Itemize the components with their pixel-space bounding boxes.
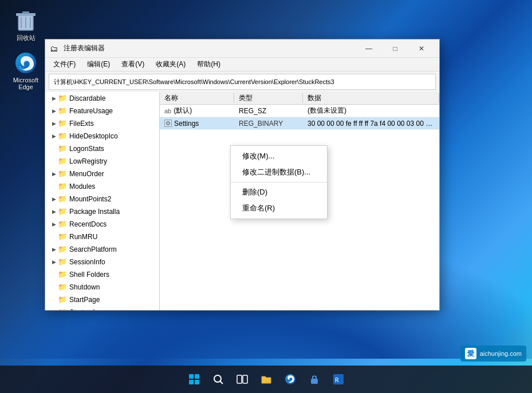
svg-line-12: [220, 381, 223, 384]
tree-label: Shutdown: [69, 283, 100, 291]
watermark: 愛 aichunjing.com: [460, 346, 526, 362]
tree-item-shellfolders[interactable]: ▶ 📁 Shell Folders: [45, 268, 159, 281]
folder-icon: 📁: [58, 283, 67, 292]
tree-label: MenuOrder: [69, 170, 104, 178]
tree-label: RecentDocs: [69, 220, 107, 228]
tree-item-hidedesktopico[interactable]: ▶ 📁 HideDesktopIco: [45, 130, 159, 142]
address-bar[interactable]: 计算机\HKEY_CURRENT_USER\Software\Microsoft…: [49, 74, 436, 90]
taskbar-taskview[interactable]: [232, 369, 253, 390]
tree-item-logonstats[interactable]: ▶ 📁 LogonStats: [45, 142, 159, 155]
svg-rect-7: [189, 374, 194, 379]
tree-item-menuorder[interactable]: ▶ 📁 MenuOrder: [45, 168, 159, 180]
tree-item-shutdown[interactable]: ▶ 📁 Shutdown: [45, 281, 159, 293]
value-name-default: ab (默认): [160, 106, 234, 116]
menu-edit[interactable]: 编辑(E): [82, 58, 115, 70]
recycle-bin-icon[interactable]: 回收站: [9, 9, 43, 42]
tree-item-modules[interactable]: ▶ 📁 Modules: [45, 180, 159, 193]
value-row-settings[interactable]: ⚙ Settings REG_BINARY 30 00 00 00 fe ff …: [160, 117, 439, 130]
ctx-item-rename[interactable]: 重命名(R): [231, 200, 327, 216]
tree-label: Discardable: [69, 94, 105, 102]
tree-panel[interactable]: ▶ 📁 Discardable ▶ 📁 FeatureUsage ▶ 📁 Fil…: [45, 92, 160, 310]
close-button[interactable]: ✕: [408, 39, 435, 58]
folder-icon: 📁: [58, 144, 67, 153]
edge-image: [14, 51, 37, 74]
taskbar-start[interactable]: [184, 369, 204, 390]
maximize-button[interactable]: □: [382, 39, 408, 58]
folder-icon: 📁: [58, 232, 67, 241]
folder-icon: 📁: [58, 194, 67, 204]
taskbar-search[interactable]: [208, 369, 228, 390]
tree-item-lowregistry[interactable]: ▶ 📁 LowRegistry: [45, 155, 159, 168]
tree-label: SessionInfo: [69, 258, 105, 266]
svg-rect-14: [243, 375, 247, 383]
tree-arrow: ▶: [50, 195, 58, 203]
menu-favorites[interactable]: 收藏夹(A): [151, 58, 190, 70]
tree-arrow: ▶: [50, 208, 58, 216]
tree-arrow: ▶: [50, 220, 58, 228]
tree-item-fileexts[interactable]: ▶ 📁 FileExts: [45, 117, 159, 130]
folder-icon: 📁: [58, 245, 67, 254]
taskbar-regedit[interactable]: R: [328, 369, 349, 390]
recycle-bin-label: 回收站: [17, 34, 36, 42]
tree-item-startpage[interactable]: ▶ 📁 StartPage: [45, 293, 159, 306]
tree-label: RunMRU: [69, 233, 97, 241]
col-header-type: 类型: [234, 93, 303, 103]
tree-label: HideDesktopIco: [69, 132, 118, 140]
tree-arrow: ▶: [50, 170, 58, 178]
svg-text:R: R: [335, 376, 339, 384]
taskbar-edge[interactable]: [280, 369, 301, 390]
menu-help[interactable]: 帮助(H): [192, 58, 225, 70]
tree-label: StartupApprove: [69, 308, 117, 310]
tree-item-startupapprove[interactable]: ▶ 📁 StartupApprove: [45, 306, 159, 310]
desktop: 回收站 MicrosoftEdge 🗂 注册表编辑器: [0, 0, 532, 393]
menu-view[interactable]: 查看(V): [117, 58, 149, 70]
tree-item-recentdocs[interactable]: ▶ 📁 RecentDocs: [45, 218, 159, 231]
tree-item-packageinstalla[interactable]: ▶ 📁 Package Installa: [45, 205, 159, 218]
folder-icon: 📁: [58, 119, 67, 128]
svg-rect-9: [189, 380, 194, 384]
value-name-settings: ⚙ Settings: [160, 120, 234, 128]
regedit-icon: 🗂: [50, 44, 59, 53]
taskbar-explorer[interactable]: [256, 369, 277, 390]
menu-file[interactable]: 文件(F): [49, 58, 80, 70]
ctx-item-delete[interactable]: 删除(D): [231, 184, 327, 200]
tree-arrow: ▶: [50, 94, 58, 102]
svg-rect-2: [22, 11, 29, 14]
tree-arrow: ▶: [50, 308, 58, 310]
tree-label: FileExts: [69, 120, 94, 128]
taskbar-security[interactable]: [304, 369, 325, 390]
ctx-item-modify-binary[interactable]: 修改二进制数据(B)...: [231, 164, 327, 180]
value-data-default: (数值未设置): [303, 106, 439, 116]
tree-item-sessioninfo[interactable]: ▶ 📁 SessionInfo: [45, 256, 159, 268]
folder-icon: 📁: [58, 157, 67, 166]
values-header: 名称 类型 数据: [160, 92, 439, 105]
window-title: 注册表编辑器: [64, 43, 356, 53]
edge-desktop-icon[interactable]: MicrosoftEdge: [9, 51, 43, 90]
value-type-default: REG_SZ: [234, 107, 303, 115]
svg-rect-10: [195, 380, 199, 384]
tree-item-searchplatform[interactable]: ▶ 📁 SearchPlatform: [45, 243, 159, 256]
title-bar: 🗂 注册表编辑器 — □ ✕: [45, 39, 439, 58]
minimize-button[interactable]: —: [356, 39, 382, 58]
col-header-name: 名称: [160, 93, 234, 103]
svg-rect-16: [311, 379, 318, 384]
tree-arrow: ▶: [50, 258, 58, 266]
ctx-item-modify[interactable]: 修改(M)...: [231, 148, 327, 164]
value-icon-bin: ⚙: [164, 120, 172, 127]
context-menu: 修改(M)... 修改二进制数据(B)... 删除(D) 重命名(R): [230, 145, 328, 219]
tree-label: LogonStats: [69, 145, 104, 153]
folder-icon: 📁: [58, 295, 67, 304]
tree-item-runmru[interactable]: ▶ 📁 RunMRU: [45, 231, 159, 243]
folder-icon: 📁: [58, 106, 67, 116]
value-row-default[interactable]: ab (默认) REG_SZ (数值未设置): [160, 105, 439, 117]
watermark-text: aichunjing.com: [480, 350, 522, 357]
tree-label: Package Installa: [69, 208, 120, 216]
tree-item-mountpoints2[interactable]: ▶ 📁 MountPoints2: [45, 193, 159, 205]
edge-label: MicrosoftEdge: [13, 77, 39, 90]
tree-label: Shell Folders: [69, 271, 109, 279]
tree-label: FeatureUsage: [69, 107, 113, 115]
folder-icon: 📁: [58, 270, 67, 279]
tree-item-featureusage[interactable]: ▶ 📁 FeatureUsage: [45, 105, 159, 117]
tree-label: LowRegistry: [69, 157, 107, 165]
tree-item-discardable[interactable]: ▶ 📁 Discardable: [45, 92, 159, 105]
